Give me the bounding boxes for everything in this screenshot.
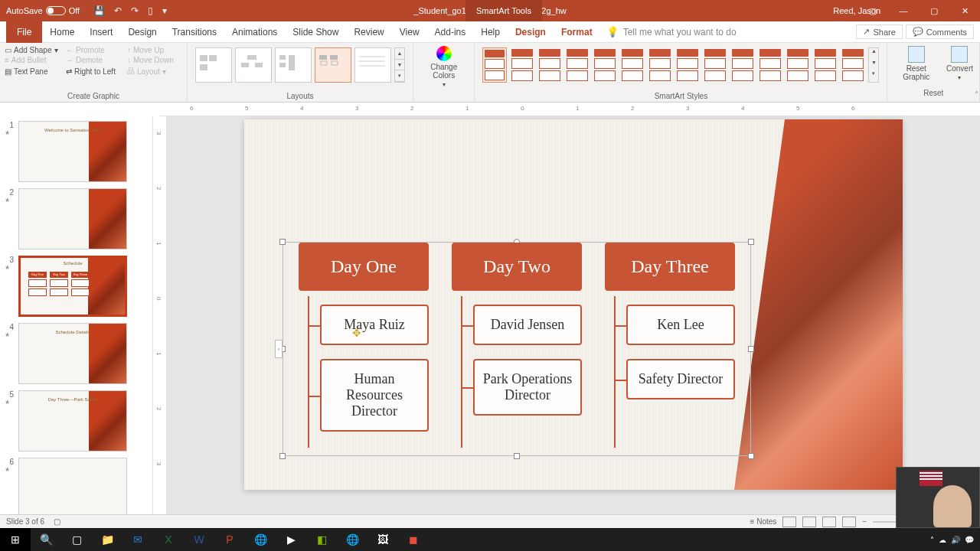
reading-view-icon[interactable]: [822, 517, 836, 527]
ribbon-display-icon[interactable]: ▢: [858, 0, 888, 21]
scroll-down-icon[interactable]: ▼: [395, 60, 404, 71]
right-to-left-button[interactable]: ⇄Right to Left: [66, 66, 121, 77]
slide-thumbnail-4[interactable]: 4★ Schedule Details: [5, 323, 152, 384]
style-option-7[interactable]: [648, 47, 672, 83]
slide-canvas[interactable]: Schedule ‹ Day OneMaya RuizHuman Resourc…: [244, 119, 903, 490]
collapse-ribbon-icon[interactable]: ˄: [975, 90, 978, 99]
slide-thumbnail-2[interactable]: 2★: [5, 188, 152, 249]
excel-icon[interactable]: X: [153, 528, 184, 551]
scroll-up-icon[interactable]: ▲: [395, 48, 404, 60]
layout-option-4-selected[interactable]: [315, 47, 351, 83]
style-option-1[interactable]: [482, 47, 507, 83]
chrome-icon[interactable]: 🌐: [245, 528, 276, 551]
resize-handle-tl[interactable]: [279, 239, 286, 245]
start-from-beginning-icon[interactable]: ▯: [148, 5, 153, 16]
tab-transitions[interactable]: Transitions: [165, 21, 224, 43]
smartart-column-3[interactable]: Day ThreeKen LeeSafety Director: [605, 243, 735, 455]
app-icon-2[interactable]: ◧: [306, 528, 337, 551]
resize-handle-bl[interactable]: [279, 453, 286, 459]
share-button[interactable]: ↗Share: [856, 24, 902, 39]
layout-option-5[interactable]: [354, 47, 391, 83]
task-view-icon[interactable]: ▢: [61, 528, 92, 551]
layout-option-2[interactable]: [235, 47, 272, 83]
system-tray[interactable]: ˄ ☁ 🔊 💬: [930, 536, 980, 544]
volume-icon[interactable]: 🔊: [951, 536, 960, 544]
search-icon[interactable]: 🔍: [31, 528, 61, 551]
smartart-header[interactable]: Day Three: [605, 243, 735, 291]
spell-check-icon[interactable]: ▢: [54, 517, 60, 526]
tab-addins[interactable]: Add-ins: [427, 21, 474, 43]
style-option-2[interactable]: [510, 47, 534, 83]
smartart-column-2[interactable]: Day TwoDavid JensenPark Operations Direc…: [452, 243, 582, 455]
slide-thumbnail-3[interactable]: 3★ Schedule Day OneDay TwoDay Three: [5, 256, 152, 317]
outlook-icon[interactable]: ✉: [122, 528, 153, 551]
text-pane-expand-tab[interactable]: ‹: [275, 340, 283, 358]
style-option-6[interactable]: [620, 47, 645, 83]
maximize-icon[interactable]: ▢: [919, 0, 949, 21]
style-option-10[interactable]: [730, 47, 755, 83]
start-button[interactable]: ⊞: [0, 528, 31, 551]
chrome-icon-2[interactable]: 🌐: [337, 528, 368, 551]
file-explorer-icon[interactable]: 📁: [92, 528, 122, 551]
word-icon[interactable]: W: [184, 528, 214, 551]
style-option-14[interactable]: [841, 47, 865, 83]
tab-home[interactable]: Home: [42, 21, 82, 43]
smartart-graphic[interactable]: Day OneMaya RuizHuman Resources Director…: [283, 243, 750, 455]
slideshow-view-icon[interactable]: [842, 517, 856, 527]
style-option-11[interactable]: [758, 47, 782, 83]
layouts-scroll[interactable]: ▲▼▾: [394, 47, 405, 83]
smartart-header[interactable]: Day Two: [452, 243, 582, 291]
undo-icon[interactable]: ↶: [114, 5, 122, 16]
style-option-13[interactable]: [813, 47, 838, 83]
styles-scroll[interactable]: ▲▼▾: [868, 47, 879, 83]
zoom-out-icon[interactable]: −: [862, 517, 867, 526]
scroll-more-icon[interactable]: ▾: [395, 70, 404, 82]
slide-counter[interactable]: Slide 3 of 6: [6, 517, 44, 526]
windows-taskbar[interactable]: ⊞ 🔍 ▢ 📁 ✉ X W P 🌐 ▶ ◧ 🌐 🖼 ◼ ˄ ☁ 🔊 💬: [0, 528, 980, 551]
powerpoint-icon[interactable]: P: [214, 528, 245, 551]
text-pane-button[interactable]: ▤Text Pane: [5, 66, 60, 77]
style-option-9[interactable]: [703, 47, 727, 83]
normal-view-icon[interactable]: [782, 517, 796, 527]
tab-insert[interactable]: Insert: [82, 21, 120, 43]
slide-thumbnail-5[interactable]: 5★ Day Three—Park Safety: [5, 390, 152, 452]
smartart-header[interactable]: Day One: [299, 243, 429, 291]
save-icon[interactable]: 💾: [93, 5, 105, 16]
style-option-12[interactable]: [786, 47, 810, 83]
resize-handle-mr[interactable]: [748, 346, 754, 352]
sorter-view-icon[interactable]: [802, 517, 816, 527]
style-option-4[interactable]: [565, 47, 590, 83]
resize-handle-tr[interactable]: [748, 239, 754, 245]
slide-thumbnail-6[interactable]: 6★: [5, 458, 152, 514]
tray-up-icon[interactable]: ˄: [930, 536, 934, 544]
tab-help[interactable]: Help: [473, 21, 508, 43]
convert-button[interactable]: Convert▾: [946, 46, 973, 81]
tab-review[interactable]: Review: [346, 21, 391, 43]
tab-design[interactable]: Design: [120, 21, 164, 43]
close-icon[interactable]: ✕: [949, 0, 980, 21]
smartart-child-box[interactable]: Safety Director: [626, 359, 735, 399]
tab-slideshow[interactable]: Slide Show: [285, 21, 346, 43]
smartart-selection-frame[interactable]: ‹ Day OneMaya RuizHuman Resources Direct…: [283, 242, 751, 456]
slide-thumbnails-panel[interactable]: 1★ Welcome to Sensation Park 2★ 3★ Sched…: [0, 116, 153, 514]
add-shape-button[interactable]: ▭Add Shape ▾: [5, 46, 60, 54]
slide-thumbnail-1[interactable]: 1★ Welcome to Sensation Park: [5, 121, 152, 182]
tab-file[interactable]: File: [6, 21, 42, 43]
smartart-child-box[interactable]: Park Operations Director: [473, 359, 582, 416]
autosave-toggle[interactable]: AutoSave Off: [0, 6, 86, 15]
app-icon-3[interactable]: 🖼: [368, 528, 398, 551]
layout-option-3[interactable]: [275, 47, 312, 83]
smartart-child-box[interactable]: Ken Lee: [626, 305, 735, 345]
reset-graphic-button[interactable]: Reset Graphic: [893, 46, 939, 81]
smartart-child-box[interactable]: Human Resources Director: [320, 359, 429, 432]
change-colors-button[interactable]: Change Colors ▾: [420, 46, 468, 88]
smartart-child-box[interactable]: David Jensen: [473, 305, 582, 345]
smartart-child-box[interactable]: Maya Ruiz: [320, 305, 429, 345]
tab-smartart-format[interactable]: Format: [554, 21, 600, 43]
notifications-icon[interactable]: 💬: [965, 536, 974, 544]
tab-view[interactable]: View: [392, 21, 427, 43]
slide-editor-area[interactable]: Schedule ‹ Day OneMaya RuizHuman Resourc…: [167, 116, 980, 514]
style-option-8[interactable]: [675, 47, 700, 83]
qat-more-icon[interactable]: ▾: [162, 5, 167, 16]
tab-smartart-design[interactable]: Design: [508, 21, 554, 43]
